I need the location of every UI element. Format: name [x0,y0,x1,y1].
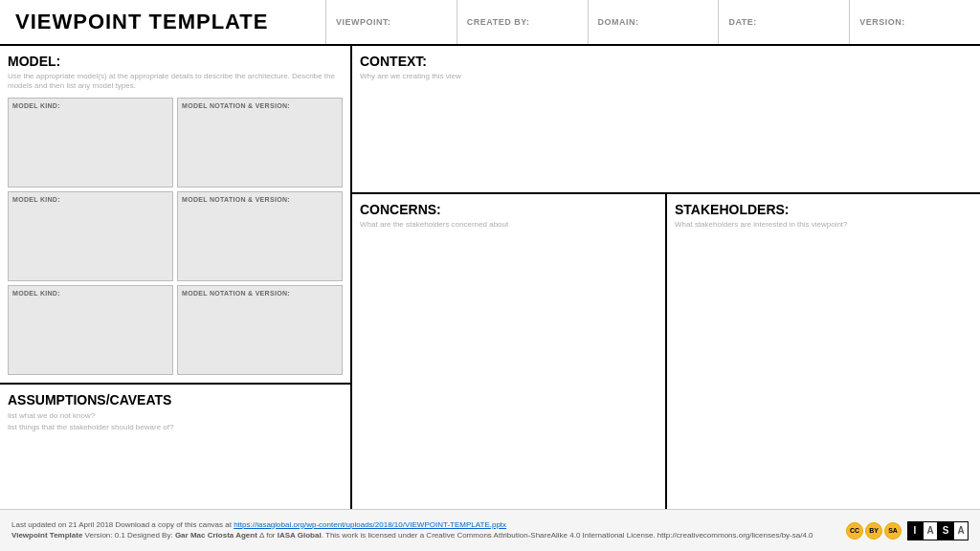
footer-right: CC BY SA I A S A [846,521,969,540]
header-field-label: DOMAIN: [598,17,709,27]
concerns-subtitle: What are the stakeholders concerned abou… [360,220,657,230]
assumption-line: list what we do not know? [8,410,343,422]
footer-update-line: Last updated on 21 April 2018 Download a… [11,520,846,529]
cc-icon: CC [846,522,863,540]
model-cell: MODEL KIND: [8,98,173,187]
model-grid: MODEL KIND:MODEL NOTATION & VERSION:MODE… [8,98,343,375]
assumptions-title: ASSUMPTIONS/CAVEATS [8,392,343,408]
model-cell: MODEL NOTATION & VERSION: [177,285,343,375]
footer-update-text: Last updated on 21 April 2018 Download a… [11,520,232,529]
model-cell-label: MODEL KIND: [12,290,168,297]
stakeholders-section: STAKEHOLDERS: What stakeholders are inte… [667,194,980,509]
model-cell-label: MODEL KIND: [12,196,168,203]
iasa-letter-i: I [907,521,923,540]
model-cell-label: MODEL NOTATION & VERSION: [182,196,338,203]
model-cell: MODEL NOTATION & VERSION: [177,98,343,187]
header-field-label: DATE: [728,17,839,27]
model-cell-label: MODEL KIND: [12,102,168,109]
title-text: VIEWPOINT TEMPLATE [15,10,268,34]
model-cell: MODEL KIND: [8,191,173,281]
model-subtitle: Use the appropriate model(s) at the appr… [8,72,343,92]
right-column: CONTEXT: Why are we creating this view C… [352,46,980,509]
footer-attribution: Viewpoint Template Version: 0.1 Designed… [11,531,846,540]
header-field-label: VIEWPOINT: [336,17,447,27]
concerns-title: CONCERNS: [360,202,657,217]
sa-icon: SA [884,522,902,540]
iasa-letter-s: S [938,521,953,540]
model-cell: MODEL NOTATION & VERSION: [177,191,343,281]
assumption-line: list things that the stakeholder should … [8,422,343,433]
header: VIEWPOINT TEMPLATE VIEWPOINT:CREATED BY:… [0,0,980,46]
header-field-label: VERSION: [859,17,970,27]
bottom-right: CONCERNS: What are the stakeholders conc… [352,194,980,509]
header-field-date: DATE: [719,0,850,44]
page-title: VIEWPOINT TEMPLATE [0,0,325,44]
iasa-letter-a1: A [923,521,938,540]
footer: Last updated on 21 April 2018 Download a… [0,509,980,551]
assumptions-lines: list what we do not know?list things tha… [8,410,343,433]
main-content: MODEL: Use the appropriate model(s) at t… [0,46,980,509]
stakeholders-subtitle: What stakeholders are interested in this… [675,220,972,230]
context-section: CONTEXT: Why are we creating this view [352,46,980,194]
by-icon: BY [865,522,882,540]
context-subtitle: Why are we creating this view [360,72,972,81]
header-field-createdby: CREATED BY: [457,0,589,44]
assumptions-section: ASSUMPTIONS/CAVEATS list what we do not … [0,385,350,509]
header-field-domain: DOMAIN: [589,0,720,44]
stakeholders-title: STAKEHOLDERS: [675,202,972,217]
iasa-logo: I A S A [907,521,969,540]
cc-badge: CC BY SA [846,522,902,540]
concerns-section: CONCERNS: What are the stakeholders conc… [352,194,667,509]
model-cell: MODEL KIND: [8,285,173,375]
header-field-viewpoint: VIEWPOINT: [326,0,457,44]
footer-download-link[interactable]: https://iasaglobal.org/wp-content/upload… [234,520,506,529]
model-section: MODEL: Use the appropriate model(s) at t… [0,46,350,385]
footer-left: Last updated on 21 April 2018 Download a… [11,520,846,541]
iasa-letter-a2: A [953,521,969,540]
context-title: CONTEXT: [360,54,972,69]
model-cell-label: MODEL NOTATION & VERSION: [182,102,338,109]
header-fields: VIEWPOINT:CREATED BY:DOMAIN:DATE:VERSION… [325,0,980,44]
header-field-label: CREATED BY: [467,17,578,27]
iasa-letters: I A S A [907,521,969,540]
left-column: MODEL: Use the appropriate model(s) at t… [0,46,352,509]
model-title: MODEL: [8,54,343,69]
header-field-version: VERSION: [850,0,980,44]
model-cell-label: MODEL NOTATION & VERSION: [182,290,338,297]
